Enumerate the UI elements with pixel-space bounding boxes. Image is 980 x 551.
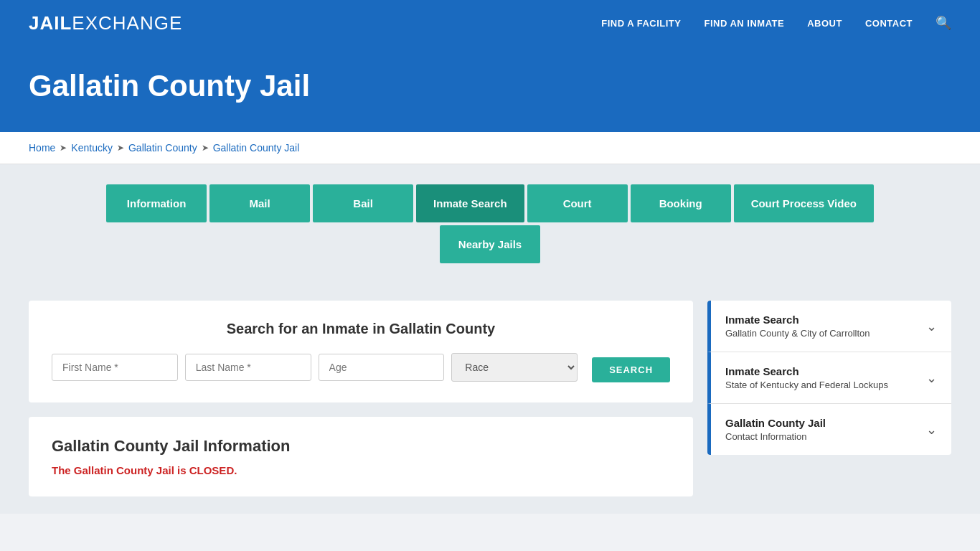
right-sidebar: Inmate Search Gallatin County & City of … bbox=[707, 301, 951, 496]
tab-booking[interactable]: Booking bbox=[631, 184, 731, 222]
breadcrumb-bar: Home ➤ Kentucky ➤ Gallatin County ➤ Gall… bbox=[0, 132, 980, 164]
breadcrumb-gallatin-jail[interactable]: Gallatin County Jail bbox=[213, 142, 300, 154]
navbar: JAILEXCHANGE FIND A FACILITY FIND AN INM… bbox=[0, 0, 980, 46]
chevron-down-icon-1: ⌄ bbox=[926, 319, 937, 334]
tabs-row-1: Information Mail Bail Inmate Search Cour… bbox=[29, 184, 951, 222]
sidebar-item-2-content: Inmate Search State of Kentucky and Fede… bbox=[725, 365, 888, 390]
search-form: Race White Black Hispanic Asian Other SE… bbox=[52, 352, 670, 382]
tab-bail[interactable]: Bail bbox=[313, 184, 413, 222]
info-title: Gallatin County Jail Information bbox=[52, 437, 670, 456]
sidebar-item-1-subtitle: Gallatin County & City of Carrollton bbox=[725, 328, 870, 339]
breadcrumb-sep-1: ➤ bbox=[60, 143, 67, 153]
first-name-input[interactable] bbox=[52, 354, 178, 381]
main-content: Search for an Inmate in Gallatin County … bbox=[0, 283, 980, 514]
nav-find-inmate[interactable]: FIND AN INMATE bbox=[704, 18, 784, 29]
tabs-row-2: Nearby Jails bbox=[29, 225, 951, 263]
age-input[interactable] bbox=[319, 354, 445, 381]
tabs-area: Information Mail Bail Inmate Search Cour… bbox=[0, 164, 980, 283]
sidebar-item-3-title: Gallatin County Jail bbox=[725, 417, 826, 429]
tab-inmate-search[interactable]: Inmate Search bbox=[416, 184, 524, 222]
breadcrumb-kentucky[interactable]: Kentucky bbox=[71, 142, 113, 154]
site-logo[interactable]: JAILEXCHANGE bbox=[29, 12, 182, 34]
sidebar-item-3[interactable]: Gallatin County Jail Contact Information… bbox=[707, 404, 951, 455]
sidebar-item-1[interactable]: Inmate Search Gallatin County & City of … bbox=[707, 301, 951, 352]
logo-light: EXCHANGE bbox=[72, 12, 182, 34]
closed-notice: The Gallatin County Jail is CLOSED. bbox=[52, 464, 670, 476]
chevron-down-icon-2: ⌄ bbox=[926, 370, 937, 386]
breadcrumb-home[interactable]: Home bbox=[29, 142, 55, 154]
tab-court-process-video[interactable]: Court Process Video bbox=[734, 184, 874, 222]
hero-section: Gallatin County Jail bbox=[0, 46, 980, 132]
search-icon[interactable]: 🔍 bbox=[936, 15, 951, 31]
tab-nearby-jails[interactable]: Nearby Jails bbox=[440, 225, 540, 263]
sidebar-item-3-content: Gallatin County Jail Contact Information bbox=[725, 417, 826, 442]
sidebar-item-2-subtitle: State of Kentucky and Federal Lockups bbox=[725, 380, 888, 390]
search-button[interactable]: SEARCH bbox=[592, 357, 670, 382]
tab-information[interactable]: Information bbox=[106, 184, 207, 222]
info-card: Gallatin County Jail Information The Gal… bbox=[29, 417, 693, 496]
tab-court[interactable]: Court bbox=[527, 184, 628, 222]
page-title: Gallatin County Jail bbox=[29, 69, 951, 103]
logo-bold: JAIL bbox=[29, 12, 72, 34]
race-select[interactable]: Race White Black Hispanic Asian Other bbox=[451, 353, 578, 382]
breadcrumb-sep-3: ➤ bbox=[202, 143, 209, 153]
search-title: Search for an Inmate in Gallatin County bbox=[52, 321, 670, 337]
sidebar-item-2[interactable]: Inmate Search State of Kentucky and Fede… bbox=[707, 352, 951, 404]
breadcrumb-sep-2: ➤ bbox=[117, 143, 124, 153]
nav-find-facility[interactable]: FIND A FACILITY bbox=[601, 18, 681, 29]
sidebar-card: Inmate Search Gallatin County & City of … bbox=[707, 301, 951, 455]
tab-mail[interactable]: Mail bbox=[209, 184, 310, 222]
nav-about[interactable]: ABOUT bbox=[807, 18, 842, 29]
breadcrumb-gallatin-county[interactable]: Gallatin County bbox=[128, 142, 197, 154]
search-card: Search for an Inmate in Gallatin County … bbox=[29, 301, 693, 402]
nav-contact[interactable]: CONTACT bbox=[865, 18, 913, 29]
left-column: Search for an Inmate in Gallatin County … bbox=[29, 301, 693, 496]
sidebar-item-1-title: Inmate Search bbox=[725, 314, 870, 326]
breadcrumb: Home ➤ Kentucky ➤ Gallatin County ➤ Gall… bbox=[29, 142, 951, 154]
chevron-down-icon-3: ⌄ bbox=[926, 422, 937, 438]
sidebar-item-2-title: Inmate Search bbox=[725, 365, 888, 377]
sidebar-item-3-subtitle: Contact Information bbox=[725, 431, 826, 442]
nav-links: FIND A FACILITY FIND AN INMATE ABOUT CON… bbox=[601, 15, 951, 31]
sidebar-item-1-content: Inmate Search Gallatin County & City of … bbox=[725, 314, 870, 339]
last-name-input[interactable] bbox=[185, 354, 311, 381]
